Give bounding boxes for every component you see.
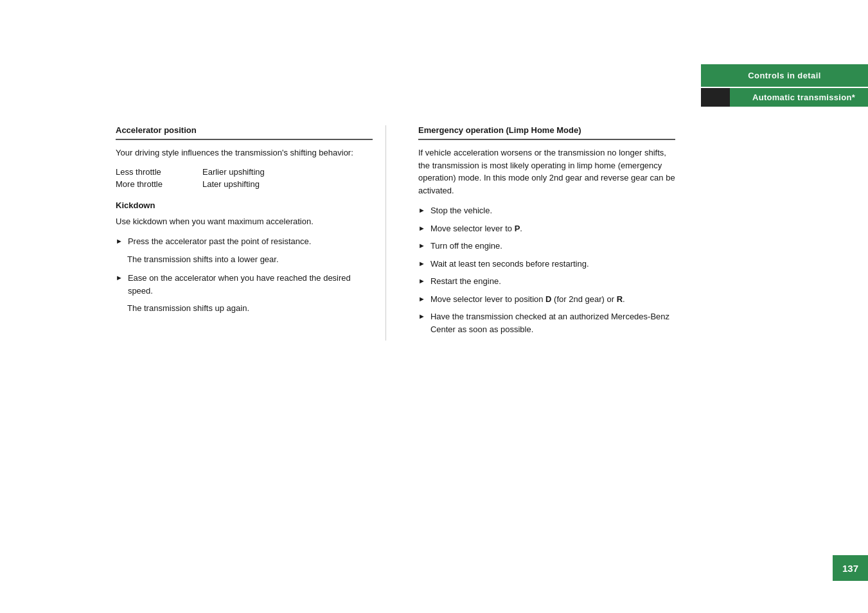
emergency-arrow-1: ► bbox=[418, 205, 425, 216]
bold-P: P bbox=[515, 224, 520, 233]
emergency-arrow-7: ► bbox=[418, 311, 425, 322]
kickdown-note-1: The transmission shifts into a lower gea… bbox=[127, 253, 373, 266]
page-number: 137 bbox=[842, 563, 858, 574]
emergency-step-5: ► Restart the engine. bbox=[418, 275, 675, 288]
accelerator-position-title: Accelerator position bbox=[116, 125, 373, 135]
subsection-title: Automatic transmission* bbox=[714, 93, 855, 102]
kickdown-step-2-text: Ease on the accelerator when you have re… bbox=[128, 272, 373, 297]
kickdown-step-2: ► Ease on the accelerator when you have … bbox=[116, 272, 373, 297]
emergency-step-2: ► Move selector lever to P. bbox=[418, 222, 675, 235]
emergency-arrow-2: ► bbox=[418, 223, 425, 234]
section-title-tab: Controls in detail bbox=[701, 64, 868, 87]
emergency-step-4: ► Wait at least ten seconds before resta… bbox=[418, 258, 675, 271]
throttle-row-more: More throttle Later upshifting bbox=[116, 179, 373, 189]
bullet-arrow-1: ► bbox=[116, 236, 123, 247]
throttle-row-less: Less throttle Earlier upshifting bbox=[116, 167, 373, 177]
section-title: Controls in detail bbox=[748, 71, 820, 80]
emergency-step-6: ► Move selector lever to position D (for… bbox=[418, 293, 675, 306]
emergency-title: Emergency operation (Limp Home Mode) bbox=[418, 125, 675, 135]
kickdown-intro: Use kickdown when you want maximum accel… bbox=[116, 215, 373, 228]
kickdown-note-2: The transmission shifts up again. bbox=[127, 302, 373, 315]
kickdown-title: Kickdown bbox=[116, 200, 373, 210]
emergency-arrow-3: ► bbox=[418, 240, 425, 251]
left-column: Accelerator position Your driving style … bbox=[116, 125, 386, 341]
bullet-arrow-2: ► bbox=[116, 272, 123, 283]
bold-R: R bbox=[617, 294, 623, 304]
throttle-label-less: Less throttle bbox=[116, 167, 177, 177]
chapter-tab: Controls in detail Automatic transmissio… bbox=[701, 64, 868, 107]
throttle-table: Less throttle Earlier upshifting More th… bbox=[116, 167, 373, 189]
kickdown-step-1-text: Press the accelerator past the point of … bbox=[128, 235, 373, 248]
emergency-arrow-5: ► bbox=[418, 276, 425, 287]
emergency-intro: If vehicle acceleration worsens or the t… bbox=[418, 147, 675, 197]
emergency-step-1: ► Stop the vehicle. bbox=[418, 204, 675, 217]
content-area: Accelerator position Your driving style … bbox=[116, 125, 675, 562]
emergency-step-7-text: Have the transmission checked at an auth… bbox=[430, 310, 675, 335]
right-column: Emergency operation (Limp Home Mode) If … bbox=[412, 125, 675, 341]
emergency-step-6-text: Move selector lever to position D (for 2… bbox=[430, 293, 675, 306]
accelerator-intro: Your driving style influences the transm… bbox=[116, 147, 373, 159]
bold-D: D bbox=[545, 294, 551, 304]
subsection-title-tab: Automatic transmission* bbox=[701, 88, 868, 107]
emergency-step-4-text: Wait at least ten seconds before restart… bbox=[430, 258, 675, 271]
throttle-value-less: Earlier upshifting bbox=[202, 167, 265, 177]
throttle-label-more: More throttle bbox=[116, 179, 177, 189]
two-column-layout: Accelerator position Your driving style … bbox=[116, 125, 675, 341]
kickdown-step-1: ► Press the accelerator past the point o… bbox=[116, 235, 373, 248]
page-number-badge: 137 bbox=[833, 555, 868, 581]
throttle-value-more: Later upshifting bbox=[202, 179, 260, 189]
emergency-arrow-4: ► bbox=[418, 258, 425, 269]
emergency-arrow-6: ► bbox=[418, 294, 425, 305]
emergency-step-7: ► Have the transmission checked at an au… bbox=[418, 310, 675, 335]
black-sidebar bbox=[701, 88, 730, 107]
section-divider-left bbox=[116, 139, 373, 140]
emergency-step-3: ► Turn off the engine. bbox=[418, 240, 675, 253]
emergency-step-3-text: Turn off the engine. bbox=[430, 240, 675, 253]
emergency-step-2-text: Move selector lever to P. bbox=[430, 222, 675, 235]
emergency-step-5-text: Restart the engine. bbox=[430, 275, 675, 288]
emergency-step-1-text: Stop the vehicle. bbox=[430, 204, 675, 217]
section-divider-right bbox=[418, 139, 675, 140]
